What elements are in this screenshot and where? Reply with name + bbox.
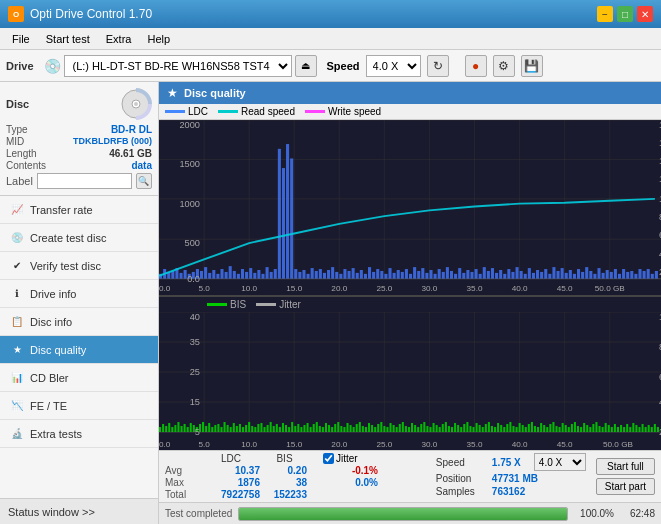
svg-rect-29 (200, 271, 203, 279)
sidebar-item-disc-info[interactable]: 📋 Disc info (0, 308, 158, 336)
svg-rect-187 (174, 425, 176, 432)
svg-rect-304 (534, 426, 536, 432)
svg-rect-316 (571, 424, 573, 432)
label-input[interactable] (37, 173, 132, 189)
svg-rect-252 (374, 427, 376, 432)
svg-rect-88 (442, 272, 445, 279)
svg-rect-135 (634, 274, 637, 279)
svg-rect-204 (227, 425, 229, 432)
svg-rect-272 (436, 425, 438, 432)
svg-rect-338 (638, 427, 640, 432)
start-part-button[interactable]: Start part (596, 478, 655, 495)
sidebar-item-create-test-disc[interactable]: 💿 Create test disc (0, 224, 158, 252)
avg-ldc: 10.37 (202, 465, 260, 476)
sidebar-item-cd-bler[interactable]: 📊 CD Bler (0, 364, 158, 392)
menu-help[interactable]: Help (139, 31, 178, 47)
svg-rect-70 (368, 267, 371, 279)
svg-text:2000: 2000 (179, 120, 200, 130)
refresh-button[interactable]: ↻ (427, 55, 449, 77)
svg-rect-97 (479, 274, 482, 279)
svg-rect-101 (495, 273, 498, 279)
sidebar-item-disc-quality[interactable]: ★ Disc quality (0, 336, 158, 364)
close-button[interactable]: ✕ (637, 6, 653, 22)
speed-select[interactable]: 4.0 X (366, 55, 421, 77)
svg-rect-335 (629, 427, 631, 432)
menu-file[interactable]: File (4, 31, 38, 47)
svg-rect-251 (371, 425, 373, 432)
svg-rect-242 (343, 427, 345, 432)
chart-bottom: 40 35 25 15 5 10% 8% 6% 4% 2% 0.0 5.0 10… (159, 312, 661, 450)
svg-rect-111 (536, 270, 539, 279)
svg-rect-315 (568, 427, 570, 432)
svg-rect-73 (380, 271, 383, 279)
speed-stat-select[interactable]: 4.0 X (534, 453, 586, 471)
svg-rect-54 (302, 270, 305, 279)
svg-text:10.0: 10.0 (241, 284, 258, 293)
svg-rect-254 (380, 422, 382, 432)
svg-rect-250 (368, 423, 370, 432)
sidebar-item-verify-test-disc[interactable]: ✔ Verify test disc (0, 252, 158, 280)
settings-button[interactable]: ⚙ (493, 55, 515, 77)
svg-rect-323 (592, 424, 594, 432)
sidebar-item-drive-info[interactable]: ℹ Drive info (0, 280, 158, 308)
svg-rect-137 (643, 271, 646, 279)
svg-text:30.0: 30.0 (422, 440, 438, 449)
max-ldc: 1876 (202, 477, 260, 488)
legend-ldc: LDC (165, 106, 208, 117)
svg-rect-322 (589, 427, 591, 432)
svg-rect-89 (446, 267, 449, 279)
menu-start-test[interactable]: Start test (38, 31, 98, 47)
svg-rect-273 (439, 427, 441, 432)
svg-rect-264 (411, 423, 413, 432)
svg-rect-136 (638, 269, 641, 279)
stats-grid: LDC BIS Jitter Avg 10.37 0.20 -0.1% Max … (165, 453, 424, 500)
sidebar-item-transfer-rate[interactable]: 📈 Transfer rate (0, 196, 158, 224)
minimize-button[interactable]: − (597, 6, 613, 22)
svg-rect-123 (585, 267, 588, 279)
svg-rect-313 (562, 423, 564, 432)
svg-rect-49 (282, 168, 285, 279)
jitter-checkbox[interactable] (323, 453, 334, 464)
svg-rect-223 (285, 425, 287, 432)
svg-rect-117 (561, 268, 564, 279)
svg-rect-126 (597, 268, 600, 279)
save-button[interactable]: 💾 (521, 55, 543, 77)
svg-rect-239 (334, 424, 336, 432)
menu-extra[interactable]: Extra (98, 31, 140, 47)
contents-label: Contents (6, 160, 46, 171)
svg-rect-125 (593, 274, 596, 279)
maximize-button[interactable]: □ (617, 6, 633, 22)
svg-rect-108 (524, 274, 527, 279)
status-window-button[interactable]: Status window >> (0, 498, 158, 524)
drive-select[interactable]: (L:) HL-DT-ST BD-RE WH16NS58 TST4 (64, 55, 292, 77)
svg-rect-138 (647, 269, 650, 279)
svg-rect-233 (316, 422, 318, 432)
svg-rect-115 (552, 267, 555, 279)
sidebar-item-extra-tests[interactable]: 🔬 Extra tests (0, 420, 158, 448)
svg-rect-82 (417, 271, 420, 279)
svg-rect-267 (420, 424, 422, 432)
content-title: Disc quality (184, 87, 246, 99)
contents-value: data (131, 160, 152, 171)
svg-rect-285 (476, 423, 478, 432)
write-button[interactable]: ● (465, 55, 487, 77)
svg-rect-78 (401, 272, 404, 279)
start-full-button[interactable]: Start full (596, 458, 655, 475)
svg-rect-306 (540, 423, 542, 432)
sidebar-item-fe-te[interactable]: 📉 FE / TE (0, 392, 158, 420)
disc-row-type: Type BD-R DL (6, 124, 152, 135)
svg-rect-212 (251, 426, 253, 432)
svg-rect-31 (208, 273, 211, 279)
svg-rect-183 (162, 424, 164, 432)
svg-text:45.0: 45.0 (557, 440, 573, 449)
svg-rect-268 (423, 422, 425, 432)
svg-text:30.0: 30.0 (421, 284, 438, 293)
svg-rect-79 (405, 269, 408, 279)
label-search-button[interactable]: 🔍 (136, 173, 152, 189)
svg-rect-337 (635, 425, 637, 432)
svg-rect-286 (479, 425, 481, 432)
mid-label: MID (6, 136, 24, 147)
svg-rect-133 (626, 272, 629, 279)
progress-percent: 100.0% (574, 508, 614, 519)
eject-button[interactable]: ⏏ (295, 55, 317, 77)
